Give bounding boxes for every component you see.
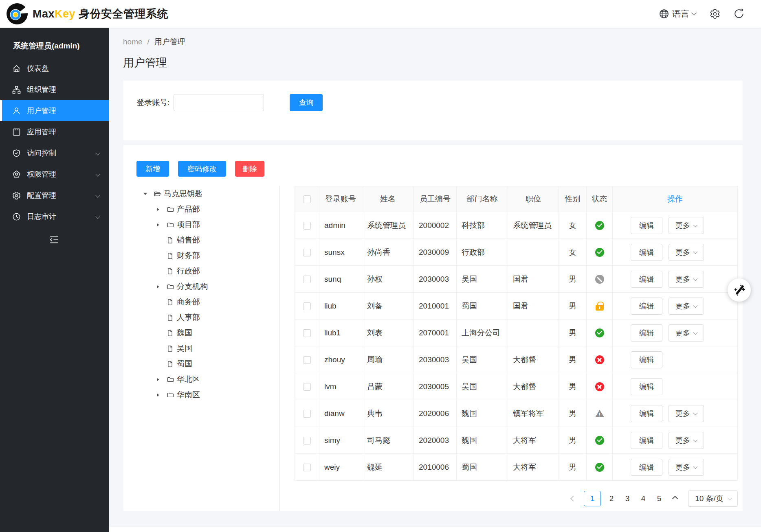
row-checkbox[interactable] bbox=[303, 222, 311, 230]
more-button[interactable]: 更多 bbox=[669, 432, 704, 449]
edit-button[interactable]: 编辑 bbox=[631, 351, 662, 368]
cell-position: 大都督 bbox=[508, 373, 559, 400]
chevron-down-icon bbox=[95, 172, 100, 176]
edit-button[interactable]: 编辑 bbox=[631, 378, 662, 395]
more-button[interactable]: 更多 bbox=[669, 244, 704, 261]
row-checkbox[interactable] bbox=[303, 329, 311, 337]
sidebar-item-configuration[interactable]: 配置管理 bbox=[0, 185, 109, 206]
table-row: lvm 吕蒙 2030005 吴国 大都督 男 编辑 bbox=[295, 373, 738, 400]
row-checkbox[interactable] bbox=[303, 302, 311, 310]
row-checkbox[interactable] bbox=[303, 383, 311, 391]
pagination: 1 2 3 4 5 10 条/页 bbox=[295, 490, 738, 507]
breadcrumb-home-link[interactable]: home bbox=[123, 37, 143, 46]
edit-button[interactable]: 编辑 bbox=[631, 459, 662, 476]
more-button[interactable]: 更多 bbox=[669, 405, 704, 422]
tree-node[interactable]: 行政部 bbox=[123, 263, 279, 279]
caret-right-icon[interactable] bbox=[156, 376, 167, 383]
edit-button[interactable]: 编辑 bbox=[631, 405, 662, 422]
row-checkbox[interactable] bbox=[303, 249, 311, 256]
tree-node[interactable]: 财务部 bbox=[123, 248, 279, 263]
caret-right-icon[interactable] bbox=[156, 283, 167, 290]
cell-account: admin bbox=[319, 212, 362, 239]
page-size-select[interactable]: 10 条/页 bbox=[688, 490, 738, 507]
settings-gear-icon[interactable] bbox=[710, 9, 720, 19]
caret-spacer bbox=[156, 268, 167, 274]
cell-account: lvm bbox=[319, 373, 362, 400]
cell-position: 镇军将军 bbox=[508, 400, 559, 427]
more-button[interactable]: 更多 bbox=[669, 217, 704, 234]
edit-button[interactable]: 编辑 bbox=[631, 271, 662, 288]
row-checkbox[interactable] bbox=[303, 356, 311, 364]
caret-right-icon[interactable] bbox=[156, 221, 167, 228]
tree-node[interactable]: 华南区 bbox=[123, 387, 279, 403]
cell-department: 吴国 bbox=[457, 346, 508, 373]
sidebar-item-organizations[interactable]: 组织管理 bbox=[0, 79, 109, 100]
select-all-checkbox[interactable] bbox=[303, 195, 311, 203]
edit-button[interactable]: 编辑 bbox=[631, 298, 662, 315]
more-button[interactable]: 更多 bbox=[669, 459, 704, 476]
tree-node[interactable]: 产品部 bbox=[123, 201, 279, 217]
cell-account: weiy bbox=[319, 454, 362, 481]
cell-department: 魏国 bbox=[457, 427, 508, 454]
clock-history-icon bbox=[12, 212, 21, 221]
language-menu[interactable]: 语言 bbox=[659, 8, 696, 20]
sidebar-item-permissions[interactable]: 权限管理 bbox=[0, 164, 109, 185]
page-button-4[interactable]: 4 bbox=[638, 491, 649, 506]
cell-position: 大将军 bbox=[508, 454, 559, 481]
cell-department: 蜀国 bbox=[457, 293, 508, 320]
edit-button[interactable]: 编辑 bbox=[631, 324, 662, 342]
sidebar-item-dashboard[interactable]: 仪表盘 bbox=[0, 58, 109, 79]
change-password-button[interactable]: 密码修改 bbox=[178, 161, 226, 177]
cell-employee-id: 2030003 bbox=[414, 266, 457, 293]
row-checkbox[interactable] bbox=[303, 437, 311, 444]
edit-button[interactable]: 编辑 bbox=[631, 217, 662, 234]
row-checkbox[interactable] bbox=[303, 464, 311, 471]
tree-node[interactable]: 蜀国 bbox=[123, 356, 279, 372]
sidebar-item-users[interactable]: 用户管理 bbox=[0, 100, 109, 121]
add-button[interactable]: 新增 bbox=[136, 161, 169, 177]
sidebar-item-access-control[interactable]: 访问控制 bbox=[0, 142, 109, 164]
login-account-input[interactable] bbox=[174, 94, 264, 111]
floating-wand-button[interactable] bbox=[728, 278, 751, 302]
more-button[interactable]: 更多 bbox=[669, 324, 704, 342]
tree-node[interactable]: 商务部 bbox=[123, 294, 279, 310]
tree-node[interactable]: 人事部 bbox=[123, 310, 279, 325]
edit-button[interactable]: 编辑 bbox=[631, 244, 662, 261]
cell-account: liub1 bbox=[319, 320, 362, 346]
org-cluster-icon bbox=[12, 85, 21, 94]
search-panel: 登录账号: 查询 bbox=[123, 81, 743, 140]
tree-node[interactable]: 马克思钥匙 bbox=[123, 186, 279, 201]
logout-icon[interactable] bbox=[734, 9, 745, 19]
edit-button[interactable]: 编辑 bbox=[631, 432, 662, 449]
tree-node[interactable]: 吴国 bbox=[123, 341, 279, 356]
page-button-2[interactable]: 2 bbox=[606, 491, 617, 506]
tree-node[interactable]: 华北区 bbox=[123, 372, 279, 387]
next-page-button[interactable] bbox=[670, 491, 680, 506]
sidebar-item-applications[interactable]: 应用管理 bbox=[0, 121, 109, 142]
sidebar-collapse-toggle[interactable] bbox=[0, 231, 109, 248]
row-checkbox[interactable] bbox=[303, 276, 311, 283]
more-button[interactable]: 更多 bbox=[669, 271, 704, 288]
tree-node[interactable]: 分支机构 bbox=[123, 279, 279, 294]
sidebar-item-audit-logs[interactable]: 日志审计 bbox=[0, 206, 109, 227]
sidebar-user-title: 系统管理员(admin) bbox=[0, 28, 109, 58]
caret-spacer bbox=[156, 314, 167, 321]
delete-button[interactable]: 删除 bbox=[235, 161, 264, 177]
page-button-1[interactable]: 1 bbox=[584, 491, 601, 506]
caret-right-icon[interactable] bbox=[156, 206, 167, 212]
cell-name: 周瑜 bbox=[362, 346, 414, 373]
prev-page-button[interactable] bbox=[568, 491, 578, 506]
tree-node[interactable]: 销售部 bbox=[123, 232, 279, 248]
chevron-down-icon bbox=[693, 410, 697, 415]
cell-name: 魏延 bbox=[362, 454, 414, 481]
row-checkbox[interactable] bbox=[303, 410, 311, 418]
tree-node[interactable]: 魏国 bbox=[123, 325, 279, 341]
caret-right-icon[interactable] bbox=[156, 392, 167, 398]
more-button[interactable]: 更多 bbox=[669, 298, 704, 315]
caret-down-icon[interactable] bbox=[143, 190, 154, 197]
query-button[interactable]: 查询 bbox=[290, 94, 323, 111]
status-active-icon bbox=[595, 436, 604, 445]
tree-node[interactable]: 项目部 bbox=[123, 217, 279, 232]
page-button-5[interactable]: 5 bbox=[654, 491, 664, 506]
page-button-3[interactable]: 3 bbox=[622, 491, 633, 506]
